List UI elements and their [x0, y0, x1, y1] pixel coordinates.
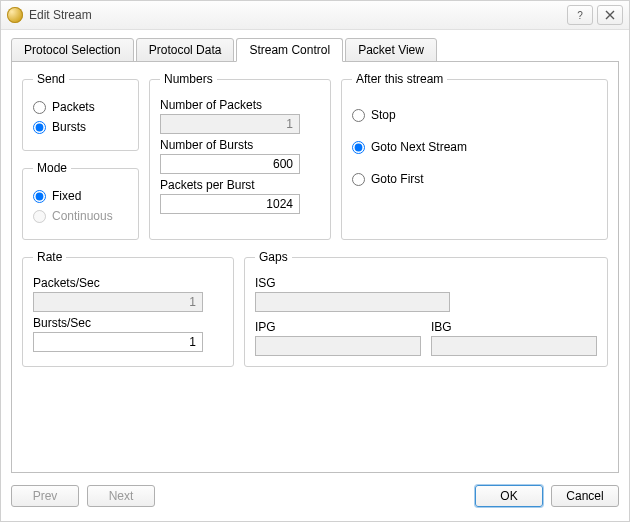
help-button[interactable]: ?: [567, 5, 593, 25]
radio-label: Goto First: [371, 172, 424, 186]
radio-label: Bursts: [52, 120, 86, 134]
packets-per-burst-input[interactable]: [160, 194, 300, 214]
mode-continuous-radio: [33, 210, 46, 223]
pps-input: [33, 292, 203, 312]
after-next-option[interactable]: Goto Next Stream: [352, 140, 597, 154]
ok-button[interactable]: OK: [475, 485, 543, 507]
radio-label: Goto Next Stream: [371, 140, 467, 154]
window-title: Edit Stream: [29, 8, 92, 22]
numbers-legend: Numbers: [160, 72, 217, 86]
gaps-group: Gaps ISG IPG IBG: [244, 250, 608, 367]
ipg-label: IPG: [255, 320, 421, 334]
radio-label: Continuous: [52, 209, 113, 223]
prev-button: Prev: [11, 485, 79, 507]
button-label: OK: [500, 489, 517, 503]
mode-continuous-option: Continuous: [33, 209, 128, 223]
after-stream-group: After this stream Stop Goto Next Stream …: [341, 72, 608, 240]
rate-group: Rate Packets/Sec Bursts/Sec: [22, 250, 234, 367]
after-next-radio[interactable]: [352, 141, 365, 154]
tab-protocol-selection[interactable]: Protocol Selection: [11, 38, 134, 62]
tab-stream-control[interactable]: Stream Control: [236, 38, 343, 62]
gaps-legend: Gaps: [255, 250, 292, 264]
send-bursts-option[interactable]: Bursts: [33, 120, 128, 134]
packets-per-burst-label: Packets per Burst: [160, 178, 320, 192]
button-label: Prev: [33, 489, 58, 503]
after-first-option[interactable]: Goto First: [352, 172, 597, 186]
radio-label: Fixed: [52, 189, 81, 203]
tab-label: Packet View: [358, 43, 424, 57]
next-button: Next: [87, 485, 155, 507]
isg-label: ISG: [255, 276, 597, 290]
mode-legend: Mode: [33, 161, 71, 175]
num-packets-input: [160, 114, 300, 134]
close-button[interactable]: [597, 5, 623, 25]
close-icon: [605, 10, 615, 20]
cancel-button[interactable]: Cancel: [551, 485, 619, 507]
num-bursts-label: Number of Bursts: [160, 138, 320, 152]
num-bursts-input[interactable]: [160, 154, 300, 174]
edit-stream-dialog: Edit Stream ? Protocol Selection Protoco…: [0, 0, 630, 522]
bps-label: Bursts/Sec: [33, 316, 223, 330]
tab-protocol-data[interactable]: Protocol Data: [136, 38, 235, 62]
radio-label: Stop: [371, 108, 396, 122]
rate-legend: Rate: [33, 250, 66, 264]
tabstrip: Protocol Selection Protocol Data Stream …: [11, 38, 619, 62]
after-legend: After this stream: [352, 72, 447, 86]
titlebar: Edit Stream ?: [1, 1, 629, 30]
radio-label: Packets: [52, 100, 95, 114]
send-packets-option[interactable]: Packets: [33, 100, 128, 114]
tab-label: Protocol Selection: [24, 43, 121, 57]
ibg-label: IBG: [431, 320, 597, 334]
send-legend: Send: [33, 72, 69, 86]
numbers-group: Numbers Number of Packets Number of Burs…: [149, 72, 331, 240]
tab-label: Stream Control: [249, 43, 330, 57]
stream-control-page: Send Packets Bursts Mode: [11, 62, 619, 473]
mode-group: Mode Fixed Continuous: [22, 161, 139, 240]
send-packets-radio[interactable]: [33, 101, 46, 114]
mode-fixed-radio[interactable]: [33, 190, 46, 203]
mode-fixed-option[interactable]: Fixed: [33, 189, 128, 203]
ipg-input: [255, 336, 421, 356]
tab-packet-view[interactable]: Packet View: [345, 38, 437, 62]
bps-input[interactable]: [33, 332, 203, 352]
after-first-radio[interactable]: [352, 173, 365, 186]
app-icon: [7, 7, 23, 23]
after-stop-option[interactable]: Stop: [352, 108, 597, 122]
button-label: Cancel: [566, 489, 603, 503]
isg-input: [255, 292, 450, 312]
pps-label: Packets/Sec: [33, 276, 223, 290]
ibg-input: [431, 336, 597, 356]
tab-label: Protocol Data: [149, 43, 222, 57]
send-group: Send Packets Bursts: [22, 72, 139, 151]
send-bursts-radio[interactable]: [33, 121, 46, 134]
button-label: Next: [109, 489, 134, 503]
dialog-buttons: Prev Next OK Cancel: [1, 479, 629, 521]
num-packets-label: Number of Packets: [160, 98, 320, 112]
after-stop-radio[interactable]: [352, 109, 365, 122]
